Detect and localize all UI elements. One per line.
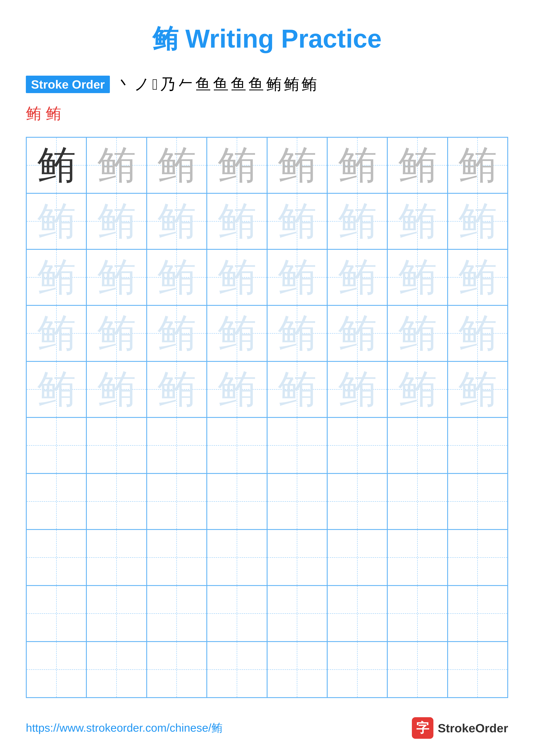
- grid-cell-r4c4[interactable]: 鲔: [207, 305, 267, 362]
- grid-cell-r5c8[interactable]: 鲔: [447, 362, 508, 418]
- char-r2c5: 鲔: [278, 202, 317, 241]
- grid-cell-r2c4[interactable]: 鲔: [207, 193, 267, 249]
- grid-cell-r5c5[interactable]: 鲔: [267, 362, 327, 418]
- grid-cell-r6c4[interactable]: [207, 418, 267, 473]
- grid-cell-r5c6[interactable]: 鲔: [327, 362, 387, 418]
- grid-cell-r9c7[interactable]: [387, 585, 447, 641]
- char-r4c1: 鲔: [37, 314, 76, 353]
- grid-cell-r8c5[interactable]: [267, 529, 327, 585]
- grid-cell-r8c4[interactable]: [207, 529, 267, 585]
- grid-cell-r10c5[interactable]: [267, 641, 327, 698]
- grid-cell-r5c7[interactable]: 鲔: [387, 362, 447, 418]
- grid-cell-r1c2[interactable]: 鲔: [87, 137, 146, 193]
- grid-cell-r3c1[interactable]: 鲔: [26, 249, 87, 305]
- grid-cell-r4c1[interactable]: 鲔: [26, 305, 87, 362]
- grid-cell-r7c1[interactable]: [26, 473, 87, 529]
- grid-cell-r3c7[interactable]: 鲔: [387, 249, 447, 305]
- grid-cell-r8c8[interactable]: [447, 529, 508, 585]
- grid-cell-r9c6[interactable]: [327, 585, 387, 641]
- stroke-char-3: 𠃌: [152, 75, 158, 93]
- grid-cell-r2c6[interactable]: 鲔: [327, 193, 387, 249]
- grid-cell-r8c6[interactable]: [327, 529, 387, 585]
- grid-cell-r9c4[interactable]: [207, 585, 267, 641]
- grid-cell-r1c5[interactable]: 鲔: [267, 137, 327, 193]
- char-r1c4: 鲔: [217, 146, 256, 185]
- grid-cell-r9c8[interactable]: [447, 585, 508, 641]
- char-r2c4: 鲔: [217, 202, 256, 241]
- char-r3c6: 鲔: [338, 258, 377, 297]
- practice-grid: 鲔 鲔 鲔 鲔 鲔 鲔 鲔 鲔: [26, 137, 508, 698]
- grid-cell-r1c6[interactable]: 鲔: [327, 137, 387, 193]
- char-r1c1: 鲔: [37, 146, 76, 185]
- grid-cell-r6c3[interactable]: [147, 418, 207, 473]
- grid-cell-r7c4[interactable]: [207, 473, 267, 529]
- grid-cell-r1c3[interactable]: 鲔: [147, 137, 207, 193]
- grid-cell-r3c2[interactable]: 鲔: [87, 249, 146, 305]
- char-r1c8: 鲔: [458, 146, 497, 185]
- grid-cell-r10c6[interactable]: [327, 641, 387, 698]
- stroke-char-2: ノ: [134, 74, 150, 94]
- grid-cell-r2c8[interactable]: 鲔: [447, 193, 508, 249]
- grid-cell-r5c2[interactable]: 鲔: [87, 362, 146, 418]
- grid-cell-r6c5[interactable]: [267, 418, 327, 473]
- grid-cell-r1c8[interactable]: 鲔: [447, 137, 508, 193]
- grid-cell-r5c4[interactable]: 鲔: [207, 362, 267, 418]
- grid-cell-r4c2[interactable]: 鲔: [87, 305, 146, 362]
- grid-cell-r4c6[interactable]: 鲔: [327, 305, 387, 362]
- grid-cell-r8c2[interactable]: [87, 529, 146, 585]
- grid-cell-r3c8[interactable]: 鲔: [447, 249, 508, 305]
- grid-cell-r9c3[interactable]: [147, 585, 207, 641]
- grid-cell-r2c2[interactable]: 鲔: [87, 193, 146, 249]
- grid-cell-r9c5[interactable]: [267, 585, 327, 641]
- grid-cell-r8c1[interactable]: [26, 529, 87, 585]
- grid-cell-r5c3[interactable]: 鲔: [147, 362, 207, 418]
- grid-cell-r10c2[interactable]: [87, 641, 146, 698]
- grid-cell-r7c6[interactable]: [327, 473, 387, 529]
- grid-cell-r7c8[interactable]: [447, 473, 508, 529]
- grid-cell-r5c1[interactable]: 鲔: [26, 362, 87, 418]
- grid-cell-r2c7[interactable]: 鲔: [387, 193, 447, 249]
- grid-cell-r7c2[interactable]: [87, 473, 146, 529]
- grid-cell-r3c3[interactable]: 鲔: [147, 249, 207, 305]
- grid-cell-r1c7[interactable]: 鲔: [387, 137, 447, 193]
- grid-cell-r3c4[interactable]: 鲔: [207, 249, 267, 305]
- char-r5c7: 鲔: [398, 370, 437, 409]
- grid-cell-r4c7[interactable]: 鲔: [387, 305, 447, 362]
- grid-cell-r6c6[interactable]: [327, 418, 387, 473]
- grid-cell-r10c7[interactable]: [387, 641, 447, 698]
- grid-cell-r1c1[interactable]: 鲔: [26, 137, 87, 193]
- grid-cell-r6c7[interactable]: [387, 418, 447, 473]
- stroke-char-12: 鲔: [301, 74, 317, 94]
- grid-cell-r7c3[interactable]: [147, 473, 207, 529]
- grid-cell-r3c6[interactable]: 鲔: [327, 249, 387, 305]
- char-r3c7: 鲔: [398, 258, 437, 297]
- grid-cell-r4c8[interactable]: 鲔: [447, 305, 508, 362]
- char-r3c2: 鲔: [97, 258, 136, 297]
- grid-cell-r2c1[interactable]: 鲔: [26, 193, 87, 249]
- grid-cell-r3c5[interactable]: 鲔: [267, 249, 327, 305]
- grid-cell-r10c4[interactable]: [207, 641, 267, 698]
- grid-cell-r2c5[interactable]: 鲔: [267, 193, 327, 249]
- grid-cell-r10c8[interactable]: [447, 641, 508, 698]
- stroke-char-11: 鲔: [284, 74, 299, 94]
- grid-cell-r9c2[interactable]: [87, 585, 146, 641]
- grid-cell-r7c7[interactable]: [387, 473, 447, 529]
- grid-cell-r2c3[interactable]: 鲔: [147, 193, 207, 249]
- stroke-order-label: Stroke Order: [26, 76, 110, 93]
- stroke-char-6: 鱼: [195, 74, 211, 94]
- grid-cell-r1c4[interactable]: 鲔: [207, 137, 267, 193]
- grid-cell-r10c1[interactable]: [26, 641, 87, 698]
- grid-cell-r7c5[interactable]: [267, 473, 327, 529]
- grid-cell-r8c3[interactable]: [147, 529, 207, 585]
- footer-url[interactable]: https://www.strokeorder.com/chinese/鲔: [26, 720, 222, 736]
- page: 鲔 Writing Practice Stroke Order 丶 ノ 𠃌 乃 …: [0, 0, 534, 756]
- grid-cell-r6c8[interactable]: [447, 418, 508, 473]
- grid-cell-r9c1[interactable]: [26, 585, 87, 641]
- grid-cell-r8c7[interactable]: [387, 529, 447, 585]
- grid-cell-r6c1[interactable]: [26, 418, 87, 473]
- char-r5c2: 鲔: [97, 370, 136, 409]
- grid-cell-r4c3[interactable]: 鲔: [147, 305, 207, 362]
- grid-cell-r6c2[interactable]: [87, 418, 146, 473]
- grid-cell-r4c5[interactable]: 鲔: [267, 305, 327, 362]
- grid-cell-r10c3[interactable]: [147, 641, 207, 698]
